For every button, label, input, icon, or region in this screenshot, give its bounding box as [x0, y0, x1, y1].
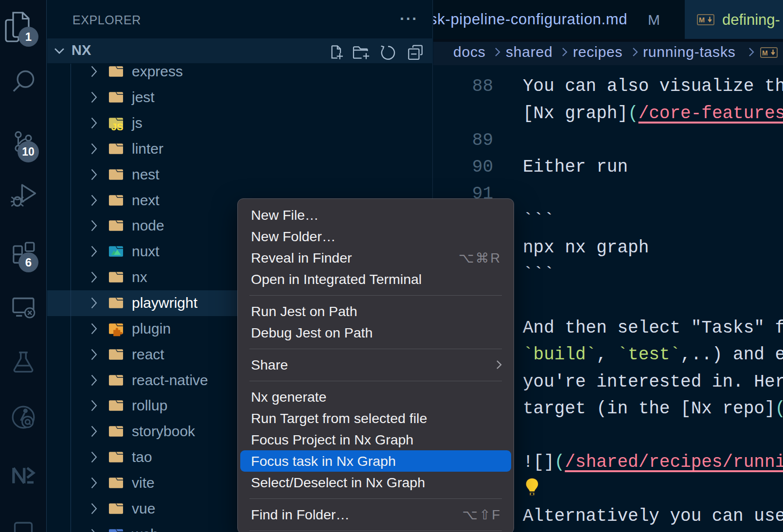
svg-text:JS: JS — [111, 122, 124, 131]
svg-text:M: M — [762, 49, 768, 57]
svg-text:M: M — [699, 16, 705, 24]
